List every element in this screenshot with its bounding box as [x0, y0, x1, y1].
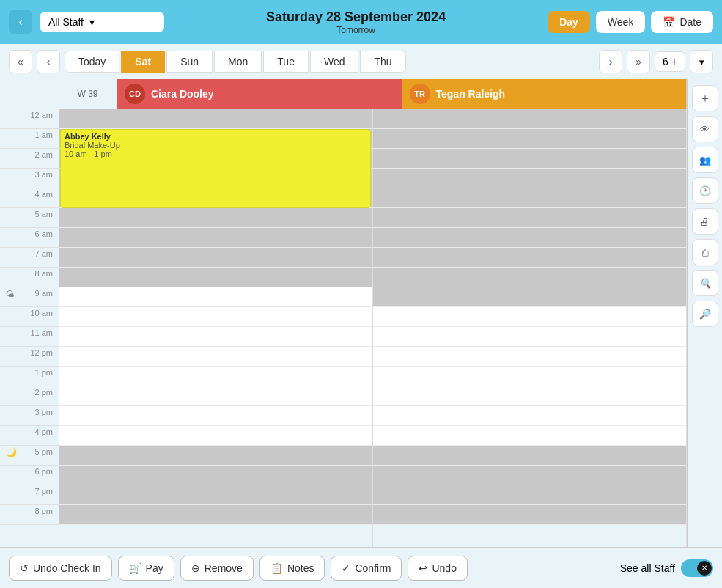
see-all-staff-toggle[interactable]: ✕ — [681, 559, 713, 577]
time-3pm: 3 pm — [0, 406, 59, 426]
toolbar-left: « ‹ Today Sat Sun Mon Tue Wed Thu — [9, 50, 406, 73]
people-button[interactable]: 👥 — [692, 147, 718, 173]
ciara-cell-5pm[interactable] — [59, 446, 372, 466]
ciara-column[interactable]: Abbey Kelly Bridal Make-Up 10 am - 1 pm — [59, 109, 373, 547]
sat-tab[interactable]: Sat — [121, 51, 165, 73]
date-view-button[interactable]: 📅 Date — [651, 11, 713, 33]
staff-header-tegan: TR Tegan Raleigh — [402, 79, 688, 109]
appointment-abbey-kelly[interactable]: Abbey Kelly Bridal Make-Up 10 am - 1 pm — [60, 129, 371, 208]
appointment-time: 10 am - 1 pm — [65, 150, 366, 158]
tegan-cell-2am[interactable] — [373, 149, 687, 169]
toolbar-right: › » 6 + ▾ — [599, 50, 713, 73]
ciara-cell-12am[interactable] — [59, 109, 372, 129]
tegan-cell-8am[interactable] — [373, 268, 687, 287]
add-button[interactable]: ＋ — [692, 85, 718, 111]
ciara-cell-4pm[interactable] — [59, 426, 372, 446]
nav-prev-button[interactable]: ‹ — [37, 50, 60, 73]
tegan-cell-1am[interactable] — [373, 129, 687, 149]
header-center: Saturday 28 September 2024 Tomorrow — [266, 10, 446, 35]
sun-tab[interactable]: Sun — [166, 51, 213, 73]
tegan-column[interactable] — [373, 109, 688, 547]
remove-button[interactable]: ⊖ Remove — [180, 556, 254, 581]
pay-button[interactable]: 🛒 Pay — [118, 556, 174, 581]
confirm-button[interactable]: ✓ Confirm — [331, 556, 402, 581]
tue-tab[interactable]: Tue — [263, 51, 309, 73]
undo-checkin-label: Undo Check In — [33, 562, 101, 574]
ciara-cell-1pm[interactable] — [59, 367, 372, 386]
time-12am: 12 am — [0, 109, 59, 129]
nav-prev-prev-button[interactable]: « — [9, 50, 32, 73]
time-6am: 6 am — [0, 228, 59, 248]
tegan-cell-12am[interactable] — [373, 109, 687, 129]
ciara-cell-7pm[interactable] — [59, 485, 372, 505]
tegan-cell-6pm[interactable] — [373, 466, 687, 485]
time-5am: 5 am — [0, 208, 59, 228]
confirm-icon: ✓ — [342, 562, 350, 574]
tegan-cell-7am[interactable] — [373, 248, 687, 268]
staff-count-box: 6 + — [655, 51, 685, 72]
undo-checkin-button[interactable]: ↺ Undo Check In — [9, 556, 112, 581]
count-chevron-button[interactable]: ▾ — [690, 50, 713, 73]
print-button[interactable]: 🖨 — [692, 208, 718, 235]
ciara-cell-10am[interactable] — [59, 307, 372, 327]
undo-button[interactable]: ↩ Undo — [408, 556, 467, 581]
nav-next-button[interactable]: › — [599, 50, 622, 73]
week-view-button[interactable]: Week — [596, 11, 646, 33]
today-tab[interactable]: Today — [65, 51, 119, 73]
zoom-in-button[interactable]: 🔎 — [692, 301, 718, 327]
remove-label: Remove — [205, 562, 243, 574]
calendar-container: W 39 CD Ciara Dooley TR Tegan Raleigh 12… — [0, 79, 722, 547]
day-view-button[interactable]: Day — [548, 11, 590, 33]
tegan-cell-4am[interactable] — [373, 188, 687, 208]
avatar-ciara: CD — [125, 84, 145, 104]
tegan-cell-9am[interactable] — [373, 287, 687, 307]
back-button[interactable]: ‹ — [9, 10, 32, 34]
ciara-cell-6pm[interactable] — [59, 466, 372, 485]
export-button[interactable]: ⎙ — [692, 239, 718, 265]
wed-tab[interactable]: Wed — [310, 51, 359, 73]
hide-button[interactable]: 👁 — [692, 116, 718, 142]
notes-button[interactable]: 📋 Notes — [259, 556, 325, 581]
time-9am: 🌤9 am — [0, 287, 59, 307]
clock-button[interactable]: 🕐 — [692, 177, 718, 204]
ciara-cell-8am[interactable] — [59, 268, 372, 287]
tegan-cell-10am[interactable] — [373, 307, 687, 327]
tegan-cell-6am[interactable] — [373, 228, 687, 248]
ciara-cell-6am[interactable] — [59, 228, 372, 248]
staff-dropdown[interactable]: All Staff ▾ — [40, 12, 164, 32]
mon-tab[interactable]: Mon — [214, 51, 262, 73]
time-2pm: 2 pm — [0, 386, 59, 406]
bottom-bar: ↺ Undo Check In 🛒 Pay ⊖ Remove 📋 Notes ✓… — [0, 547, 722, 588]
ciara-cell-5am[interactable] — [59, 208, 372, 228]
appointment-service: Bridal Make-Up — [65, 141, 366, 150]
ciara-cell-2pm[interactable] — [59, 386, 372, 406]
tegan-cell-3pm[interactable] — [373, 406, 687, 426]
ciara-cell-3pm[interactable] — [59, 406, 372, 426]
zoom-out-button[interactable]: 🔍 — [692, 270, 718, 296]
ciara-cell-9am[interactable] — [59, 287, 372, 307]
tegan-cell-5am[interactable] — [373, 208, 687, 228]
tegan-cell-1pm[interactable] — [373, 367, 687, 386]
tegan-cell-4pm[interactable] — [373, 426, 687, 446]
tegan-cell-2pm[interactable] — [373, 386, 687, 406]
ciara-cell-8pm[interactable] — [59, 505, 372, 525]
tegan-cell-3am[interactable] — [373, 169, 687, 188]
tegan-cell-12pm[interactable] — [373, 347, 687, 367]
calendar-body[interactable]: 12 am 1 am 2 am 3 am 4 am 5 am 6 am 7 am… — [0, 109, 687, 547]
toolbar: « ‹ Today Sat Sun Mon Tue Wed Thu › » 6 … — [0, 44, 722, 79]
ciara-cell-11am[interactable] — [59, 327, 372, 347]
tegan-cell-5pm[interactable] — [373, 446, 687, 466]
staff-count: 6 — [663, 56, 668, 67]
tegan-cell-8pm[interactable] — [373, 505, 687, 525]
staff-dropdown-label: All Staff — [48, 16, 84, 28]
nav-next-next-button[interactable]: » — [627, 50, 650, 73]
ciara-cell-12pm[interactable] — [59, 347, 372, 367]
tegan-cell-7pm[interactable] — [373, 485, 687, 505]
time-3am: 3 am — [0, 169, 59, 188]
undo-label: Undo — [432, 562, 456, 574]
thu-tab[interactable]: Thu — [360, 51, 405, 73]
tegan-cell-11am[interactable] — [373, 327, 687, 347]
staff-headers: W 39 CD Ciara Dooley TR Tegan Raleigh — [59, 79, 687, 109]
dropdown-chevron-icon: ▾ — [89, 16, 95, 28]
ciara-cell-7am[interactable] — [59, 248, 372, 268]
